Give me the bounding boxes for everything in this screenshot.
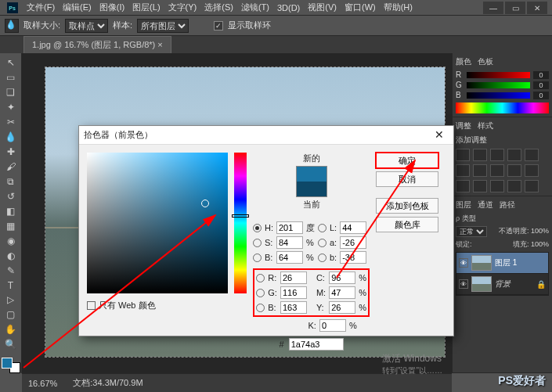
layer-row[interactable]: 👁 图层 1 (456, 253, 548, 274)
lasso-tool-icon[interactable]: ❑ (2, 86, 20, 99)
layer-thumb[interactable] (471, 255, 492, 271)
c-input[interactable] (329, 272, 355, 284)
adj-icon[interactable] (507, 180, 521, 192)
saturation-value-field[interactable] (87, 153, 228, 293)
hex-input[interactable] (289, 338, 344, 351)
adj-icon[interactable] (525, 164, 539, 177)
eyedropper-tool-icon[interactable]: 💧 (2, 131, 20, 144)
bch-input[interactable] (280, 301, 307, 314)
adj-icon[interactable] (525, 180, 539, 192)
brush-tool-icon[interactable]: 🖌 (2, 160, 20, 174)
blend-mode-select[interactable]: 正常 (456, 226, 487, 237)
l-radio[interactable] (318, 224, 327, 232)
visibility-icon[interactable]: 👁 (459, 279, 468, 289)
crop-tool-icon[interactable]: ✂ (2, 116, 20, 129)
fill-value[interactable]: 100% (531, 240, 549, 248)
dodge-tool-icon[interactable]: ◐ (2, 249, 20, 262)
menu-view[interactable]: 视图(V) (308, 2, 337, 13)
menu-select[interactable]: 选择(S) (204, 2, 233, 13)
document-tab[interactable]: 1.jpg @ 16.7% (图层 1, RGB/8*) × (23, 36, 171, 53)
b-radio[interactable] (253, 254, 262, 262)
m-input[interactable] (329, 286, 355, 299)
kind-filter[interactable]: ρ 类型 (456, 214, 476, 224)
lab-b-radio[interactable] (318, 254, 327, 262)
color-tab[interactable]: 颜色 (456, 56, 471, 67)
adjustments-tab[interactable]: 调整 (456, 120, 471, 131)
add-swatch-button[interactable]: 添加到色板 (376, 198, 438, 214)
s-input[interactable] (276, 236, 303, 249)
menu-3d[interactable]: 3D(D) (277, 3, 300, 13)
menu-file[interactable]: 文件(F) (27, 2, 55, 13)
r-slider[interactable] (467, 72, 530, 78)
dialog-close-icon[interactable]: ✕ (430, 128, 449, 142)
layers-tab[interactable]: 图层 (456, 200, 471, 210)
s-radio[interactable] (253, 239, 262, 247)
paths-tab[interactable]: 路径 (500, 200, 515, 210)
stamp-tool-icon[interactable]: ⧉ (2, 175, 20, 189)
marquee-tool-icon[interactable]: ▭ (2, 71, 20, 85)
adj-icon[interactable] (473, 180, 487, 192)
move-tool-icon[interactable]: ↖ (2, 56, 20, 70)
max-button[interactable]: ▭ (505, 2, 525, 14)
styles-tab[interactable]: 样式 (478, 120, 493, 131)
adj-icon[interactable] (490, 180, 504, 192)
b-value[interactable]: 0 (533, 92, 549, 99)
g-input[interactable] (280, 286, 307, 299)
eraser-tool-icon[interactable]: ◧ (2, 204, 20, 218)
visibility-icon[interactable]: 👁 (459, 258, 468, 268)
channels-tab[interactable]: 通道 (478, 200, 493, 210)
close-button[interactable]: ✕ (527, 2, 547, 14)
h-radio[interactable] (253, 224, 262, 232)
min-button[interactable]: — (483, 2, 503, 14)
show-ring-checkbox[interactable]: ✓ (214, 21, 223, 31)
r-value[interactable]: 0 (533, 71, 549, 79)
h-input[interactable] (276, 221, 303, 234)
swatches-tab[interactable]: 色板 (478, 56, 493, 67)
fg-bg-swatch[interactable] (2, 358, 20, 373)
wand-tool-icon[interactable]: ✦ (2, 101, 20, 114)
blur-tool-icon[interactable]: ◉ (2, 234, 20, 247)
r-input[interactable] (280, 272, 307, 284)
menu-layer[interactable]: 图层(L) (132, 2, 160, 13)
adj-icon[interactable] (507, 149, 521, 161)
adj-icon[interactable] (473, 149, 487, 161)
r-radio[interactable] (256, 274, 265, 282)
adj-icon[interactable] (456, 180, 470, 192)
sample-select[interactable]: 所有图层 (137, 19, 189, 33)
cancel-button[interactable]: 取消 (376, 171, 438, 187)
hue-handle-icon[interactable] (232, 214, 249, 218)
ok-button[interactable]: 确定 (376, 153, 438, 168)
history-brush-icon[interactable]: ↺ (2, 189, 20, 203)
adj-icon[interactable] (456, 164, 470, 177)
adj-icon[interactable] (507, 164, 521, 177)
sample-size-select[interactable]: 取样点 (65, 19, 108, 33)
adj-icon[interactable] (490, 149, 504, 161)
layer-row[interactable]: 👁 背景 🔒 (456, 274, 548, 295)
bch-radio[interactable] (256, 304, 265, 312)
b-slider[interactable] (467, 92, 530, 99)
layer-name[interactable]: 背景 (495, 279, 511, 290)
fg-color[interactable] (2, 358, 13, 369)
menu-window[interactable]: 窗口(W) (345, 2, 376, 13)
lab-b-input[interactable] (340, 251, 366, 264)
color-libraries-button[interactable]: 颜色库 (376, 217, 438, 232)
spectrum-bar[interactable] (456, 102, 549, 113)
y-input[interactable] (329, 301, 355, 314)
a-input[interactable] (340, 236, 366, 249)
dialog-titlebar[interactable]: 拾色器（前景色） ✕ (79, 126, 453, 145)
adj-icon[interactable] (490, 164, 504, 177)
zoom-level[interactable]: 16.67% (28, 379, 57, 388)
adj-icon[interactable] (456, 149, 470, 161)
hand-tool-icon[interactable]: ✋ (2, 323, 20, 336)
menu-filter[interactable]: 滤镜(T) (241, 2, 269, 13)
zoom-tool-icon[interactable]: 🔍 (2, 338, 20, 351)
layer-name[interactable]: 图层 1 (495, 257, 517, 268)
heal-tool-icon[interactable]: ✚ (2, 146, 20, 159)
g-value[interactable]: 0 (533, 81, 549, 89)
current-color[interactable] (297, 182, 327, 196)
bval-input[interactable] (276, 251, 303, 264)
shape-tool-icon[interactable]: ▢ (2, 308, 20, 322)
menu-type[interactable]: 文字(Y) (168, 2, 197, 13)
menu-image[interactable]: 图像(I) (99, 2, 124, 13)
l-input[interactable] (340, 221, 366, 234)
